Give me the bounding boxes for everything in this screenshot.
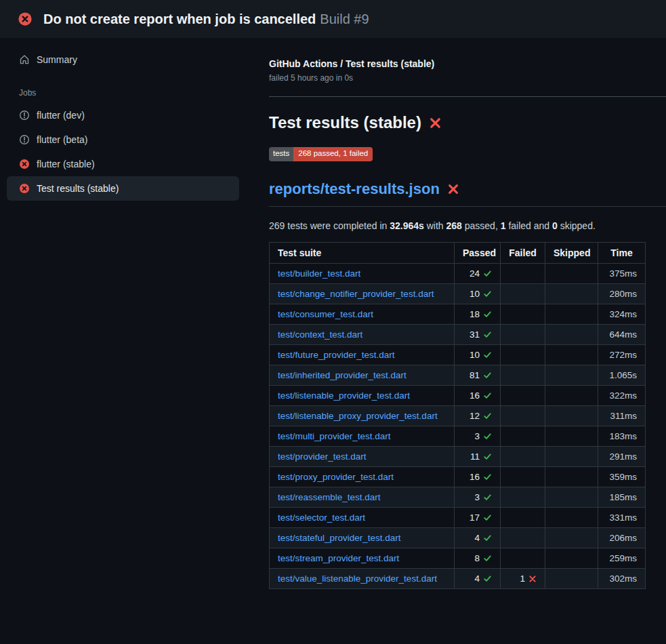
suite-link[interactable]: test/consumer_test.dart	[278, 309, 373, 319]
summary-skipped-count: 0	[552, 220, 558, 231]
skipped-cell	[545, 548, 598, 568]
passed-cell: 11	[455, 446, 501, 466]
skipped-cell	[545, 487, 598, 507]
sidebar-job-test-results-stable[interactable]: Test results (stable)	[7, 176, 239, 201]
suite-cell: test/inherited_provider_test.dart	[270, 365, 455, 385]
check-icon	[483, 574, 492, 583]
skipped-cell	[545, 507, 598, 527]
check-icon	[483, 411, 492, 420]
suite-link[interactable]: test/context_test.dart	[278, 329, 362, 340]
x-circle-icon	[19, 183, 30, 194]
check-icon	[483, 554, 492, 563]
time-cell: 375ms	[598, 263, 646, 283]
skipped-cell	[545, 527, 598, 548]
suite-link[interactable]: test/builder_test.dart	[278, 268, 360, 279]
section-title-text: Test results (stable)	[269, 113, 421, 132]
suite-link[interactable]: test/listenable_proxy_provider_test.dart	[278, 411, 438, 421]
passed-cell: 24	[455, 263, 501, 283]
skipped-cell	[545, 263, 598, 283]
time-cell: 324ms	[598, 304, 646, 324]
suite-link[interactable]: test/provider_test.dart	[278, 451, 367, 462]
build-title-text: Do not create report when job is cancell…	[43, 12, 316, 26]
sidebar-item-summary[interactable]: Summary	[7, 47, 239, 72]
column-header-passed: Passed	[455, 242, 501, 263]
report-file-link[interactable]: reports/test-results.json	[269, 180, 440, 198]
job-label: flutter (beta)	[37, 134, 87, 145]
passed-cell: 16	[455, 466, 501, 487]
check-icon	[483, 391, 492, 400]
skipped-cell	[545, 283, 598, 304]
suite-link[interactable]: test/stream_provider_test.dart	[278, 553, 399, 563]
suite-link[interactable]: test/inherited_provider_test.dart	[278, 370, 407, 380]
home-icon	[19, 54, 30, 65]
suite-link[interactable]: test/selector_test.dart	[278, 512, 365, 523]
test-summary-line: 269 tests were completed in 32.964s with…	[269, 220, 666, 231]
table-row: test/value_listenable_provider_test.dart…	[270, 568, 646, 588]
suite-cell: test/multi_provider_test.dart	[270, 426, 455, 446]
failed-cell	[501, 527, 545, 548]
time-cell: 311ms	[598, 405, 646, 426]
time-cell: 644ms	[598, 324, 646, 344]
run-meta: failed 5 hours ago in 0s	[269, 73, 666, 83]
suite-link[interactable]: test/listenable_provider_test.dart	[278, 390, 410, 401]
header-divider	[269, 96, 666, 97]
suite-cell: test/selector_test.dart	[270, 507, 455, 527]
time-cell: 206ms	[598, 527, 646, 548]
passed-cell: 18	[455, 304, 501, 324]
check-icon	[483, 432, 492, 441]
time-cell: 302ms	[598, 568, 646, 588]
time-cell: 291ms	[598, 446, 646, 466]
suite-link[interactable]: test/multi_provider_test.dart	[278, 431, 391, 441]
results-table-body: test/builder_test.dart 24 375ms test/cha…	[270, 263, 646, 588]
time-cell: 322ms	[598, 385, 646, 405]
failed-cell	[501, 405, 545, 426]
table-row: test/stateful_provider_test.dart 4 206ms	[270, 527, 646, 548]
failed-cell	[501, 344, 545, 365]
job-label: flutter (dev)	[37, 110, 85, 121]
sidebar: Summary Jobs flutter (dev) flutter (beta…	[0, 38, 247, 201]
sidebar-job-flutter-dev[interactable]: flutter (dev)	[7, 103, 239, 127]
suite-link[interactable]: test/stateful_provider_test.dart	[278, 533, 401, 543]
time-cell: 280ms	[598, 283, 646, 304]
build-number: Build #9	[320, 12, 369, 26]
failed-cell	[501, 446, 545, 466]
suite-cell: test/reassemble_test.dart	[270, 487, 455, 507]
sidebar-job-flutter-stable[interactable]: flutter (stable)	[7, 152, 239, 176]
suite-link[interactable]: test/value_listenable_provider_test.dart	[278, 573, 437, 584]
passed-cell: 17	[455, 507, 501, 527]
failed-cell	[501, 466, 545, 487]
tests-badge: tests 268 passed, 1 failed	[269, 147, 373, 161]
passed-cell: 16	[455, 385, 501, 405]
table-row: test/selector_test.dart 17 331ms	[270, 507, 646, 527]
failed-cell	[501, 507, 545, 527]
time-cell: 1.065s	[598, 365, 646, 385]
suite-link[interactable]: test/future_provider_test.dart	[278, 350, 395, 360]
suite-cell: test/stream_provider_test.dart	[270, 548, 455, 568]
job-label: flutter (stable)	[37, 159, 95, 169]
table-row: test/future_provider_test.dart 10 272ms	[270, 344, 646, 365]
suite-link[interactable]: test/change_notifier_provider_test.dart	[278, 289, 434, 299]
failed-cell	[501, 324, 545, 344]
failed-cell: 1	[501, 568, 545, 588]
suite-cell: test/future_provider_test.dart	[270, 344, 455, 365]
report-file-heading: reports/test-results.json	[269, 180, 666, 207]
passed-cell: 31	[455, 324, 501, 344]
skipped-cell	[545, 426, 598, 446]
table-row: test/listenable_provider_test.dart 16 32…	[270, 385, 646, 405]
failed-cell	[501, 283, 545, 304]
suite-link[interactable]: test/proxy_provider_test.dart	[278, 472, 394, 482]
table-row: test/proxy_provider_test.dart 16 359ms	[270, 466, 646, 487]
table-row: test/multi_provider_test.dart 3 183ms	[270, 426, 646, 446]
check-icon	[483, 289, 492, 298]
job-label: Test results (stable)	[37, 183, 119, 194]
sidebar-job-flutter-beta[interactable]: flutter (beta)	[7, 127, 239, 152]
table-row: test/listenable_proxy_provider_test.dart…	[270, 405, 646, 426]
passed-cell: 8	[455, 548, 501, 568]
suite-link[interactable]: test/reassemble_test.dart	[278, 492, 381, 502]
table-row: test/reassemble_test.dart 3 185ms	[270, 487, 646, 507]
suite-cell: test/builder_test.dart	[270, 263, 455, 283]
failed-cell	[501, 304, 545, 324]
check-icon	[483, 269, 492, 278]
failed-cell	[501, 487, 545, 507]
skipped-cell	[545, 385, 598, 405]
